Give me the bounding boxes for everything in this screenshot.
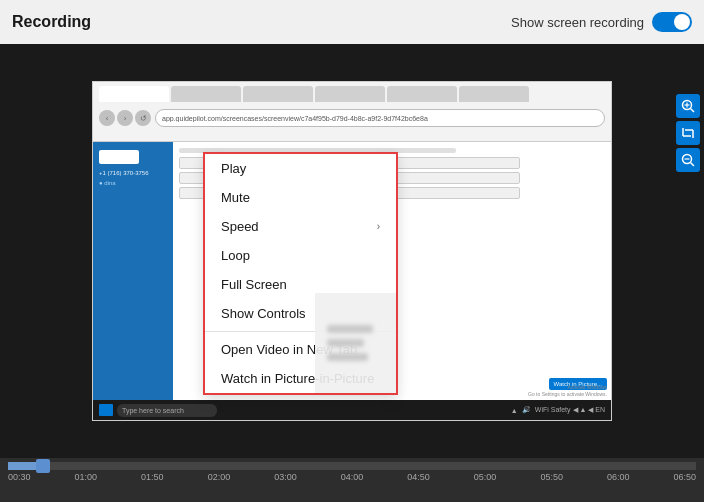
- browser-tab-3: [315, 86, 385, 102]
- browser-sidebar: +1 (716) 370-3756 ● dina: [93, 142, 173, 420]
- time-mark-8: 05:50: [540, 472, 563, 482]
- menu-item-loop-label: Loop: [221, 248, 250, 263]
- taskbar-time: WiFi Safety ◀ ▲ ◀ EN: [535, 406, 605, 414]
- time-mark-0: 00:30: [8, 472, 31, 482]
- browser-nav-btns: ‹ › ↺: [99, 110, 151, 126]
- taskbar-wifi: ▲: [511, 407, 518, 414]
- zoom-in-button[interactable]: [676, 94, 700, 118]
- menu-item-speed[interactable]: Speed ›: [205, 212, 396, 241]
- menu-item-fullscreen-label: Full Screen: [221, 277, 287, 292]
- forward-btn: ›: [117, 110, 133, 126]
- timeline-played: [8, 462, 36, 470]
- crop-button[interactable]: [676, 121, 700, 145]
- menu-item-speed-label: Speed: [221, 219, 259, 234]
- sidebar-logo: [99, 150, 139, 164]
- page-title: Recording: [12, 13, 91, 31]
- menu-item-play-label: Play: [221, 161, 246, 176]
- screen-thumbnail: ‹ › ↺ app.guidepilot.com/screencases/scr…: [92, 81, 612, 421]
- context-menu: Play Mute Speed › Loop Full Screen Show …: [203, 152, 398, 395]
- time-mark-9: 06:00: [607, 472, 630, 482]
- time-mark-4: 03:00: [274, 472, 297, 482]
- timeline-markers: 00:30 01:00 01:50 02:00 03:00 04:00 04:5…: [0, 470, 704, 484]
- address-text: app.guidepilot.com/screencases/screenvie…: [162, 115, 428, 122]
- time-mark-3: 02:00: [208, 472, 231, 482]
- right-tools: [676, 94, 700, 172]
- menu-item-mute[interactable]: Mute: [205, 183, 396, 212]
- timeline-thumb[interactable]: [36, 459, 50, 473]
- browser-tab-active: [99, 86, 169, 102]
- time-mark-6: 04:50: [407, 472, 430, 482]
- svg-line-9: [691, 163, 695, 167]
- address-bar: app.guidepilot.com/screencases/screenvie…: [155, 109, 605, 127]
- time-mark-5: 04:00: [341, 472, 364, 482]
- speed-arrow-icon: ›: [377, 221, 380, 232]
- blurred-row-1: [327, 325, 373, 333]
- browser-tab-1: [171, 86, 241, 102]
- show-recording-label: Show screen recording: [511, 15, 644, 30]
- video-area: ‹ › ↺ app.guidepilot.com/screencases/scr…: [0, 44, 704, 458]
- menu-item-play[interactable]: Play: [205, 154, 396, 183]
- sidebar-label-1: +1 (716) 370-3756: [99, 170, 167, 176]
- browser-chrome: ‹ › ↺ app.guidepilot.com/screencases/scr…: [93, 82, 611, 142]
- taskbar-right: ▲ 🔊 WiFi Safety ◀ ▲ ◀ EN: [511, 406, 605, 414]
- timeline-area[interactable]: 00:30 01:00 01:50 02:00 03:00 04:00 04:5…: [0, 458, 704, 502]
- taskbar: Type here to search ▲ 🔊 WiFi Safety ◀ ▲ …: [93, 400, 611, 420]
- menu-item-show-controls-label: Show Controls: [221, 306, 306, 321]
- timeline-bar[interactable]: [8, 462, 696, 470]
- svg-line-1: [691, 109, 695, 113]
- taskbar-volume: 🔊: [522, 406, 531, 414]
- header-bar: Recording Show screen recording: [0, 0, 704, 44]
- time-mark-10: 06:50: [673, 472, 696, 482]
- sidebar-link-1: ● dina: [99, 180, 167, 186]
- browser-tab-2: [243, 86, 313, 102]
- time-mark-7: 05:00: [474, 472, 497, 482]
- browser-tab-4: [387, 86, 457, 102]
- time-mark-2: 01:50: [141, 472, 164, 482]
- taskbar-start-btn[interactable]: [99, 404, 113, 416]
- back-btn: ‹: [99, 110, 115, 126]
- browser-address-row: ‹ › ↺ app.guidepilot.com/screencases/scr…: [99, 107, 605, 129]
- taskbar-search: Type here to search: [117, 404, 217, 417]
- blurred-row-2: [327, 339, 364, 347]
- browser-tab-5: [459, 86, 529, 102]
- show-recording-toggle[interactable]: [652, 12, 692, 32]
- activate-watermark: Activate Windows Go to Settings to activ…: [528, 384, 607, 398]
- zoom-out-button[interactable]: [676, 148, 700, 172]
- blurred-row-3: [327, 353, 368, 361]
- time-mark-1: 01:00: [75, 472, 98, 482]
- browser-tabs-row: [99, 86, 605, 104]
- blurred-content: [315, 293, 396, 393]
- header-controls: Show screen recording: [511, 12, 692, 32]
- refresh-btn: ↺: [135, 110, 151, 126]
- menu-item-loop[interactable]: Loop: [205, 241, 396, 270]
- menu-item-mute-label: Mute: [221, 190, 250, 205]
